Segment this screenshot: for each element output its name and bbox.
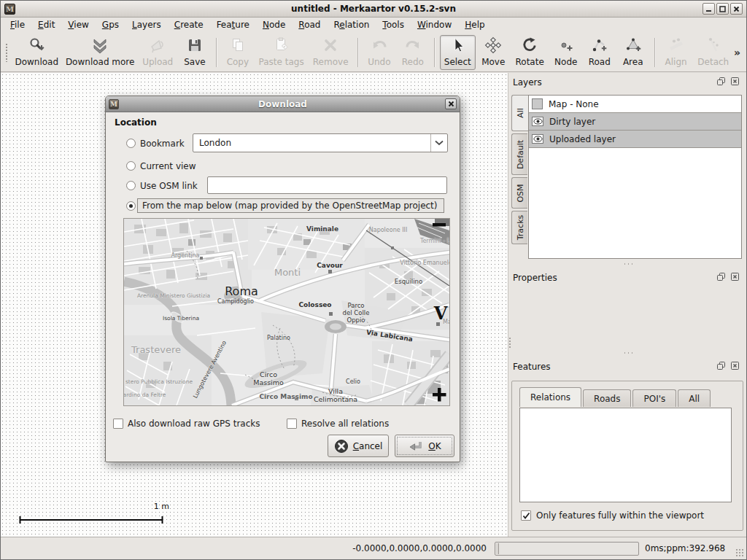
layers-tab-all[interactable]: All — [511, 95, 528, 131]
layer-row-uploaded-layer[interactable]: Uploaded layer — [529, 131, 741, 148]
cancel-button-label: Cancel — [353, 441, 383, 451]
toolbar-button-select[interactable]: Select — [440, 35, 476, 70]
area-icon — [624, 36, 642, 56]
resolve-relations-checkbox[interactable] — [287, 419, 297, 429]
toolbar-button-save[interactable]: Save — [179, 35, 211, 70]
toolbar-button-move[interactable]: Move — [477, 35, 510, 70]
menu-item-node[interactable]: Node — [256, 18, 292, 32]
cancel-button[interactable]: Cancel — [328, 435, 389, 457]
toolbar-button-align: Align — [660, 35, 692, 70]
menu-item-file[interactable]: File — [4, 18, 31, 32]
layer-row-dirty-layer[interactable]: Dirty layer — [529, 113, 741, 131]
bookmark-combobox[interactable]: London — [193, 133, 448, 152]
current-view-radio[interactable] — [126, 161, 136, 171]
coordinates-readout: -0.0000,0.0000,0.0000,0.0000 — [352, 543, 487, 553]
layers-tab-osm[interactable]: OSM — [511, 177, 527, 209]
toolbar-button-node[interactable]: Node — [550, 35, 582, 70]
menu-item-tools[interactable]: Tools — [376, 18, 411, 32]
toolbar-overflow-chevron[interactable]: » — [734, 47, 740, 58]
toolbar-separator — [434, 38, 435, 67]
menu-item-edit[interactable]: Edit — [31, 18, 61, 32]
features-tab-all[interactable]: All — [678, 389, 711, 407]
dialog-titlebar[interactable]: M Download — [106, 96, 460, 112]
menu-item-view[interactable]: View — [61, 18, 95, 32]
layers-tab-label: Tracks — [515, 215, 525, 241]
close-button[interactable] — [730, 3, 743, 15]
toolbar-button-remove: Remove — [309, 35, 352, 70]
maximize-button[interactable] — [716, 3, 729, 15]
osm-link-radio[interactable] — [126, 181, 136, 190]
toolbar-button-label: Select — [444, 57, 471, 67]
toolbar-button-label: Align — [665, 57, 687, 67]
menu-item-road[interactable]: Road — [292, 18, 327, 32]
toolbar-button-label: Undo — [368, 57, 390, 67]
osm-link-input[interactable] — [207, 176, 447, 194]
plus-icon — [432, 387, 446, 402]
panel-splitter[interactable] — [511, 261, 746, 267]
float-panel-icon[interactable] — [716, 272, 726, 281]
gps-tracks-checkbox-label[interactable]: Also download raw GPS tracks — [128, 419, 260, 429]
scale-bar-line — [19, 502, 165, 524]
eye-icon[interactable] — [532, 117, 543, 126]
layer-checkbox-icon[interactable] — [532, 98, 543, 109]
features-tab-roads[interactable]: Roads — [583, 389, 631, 407]
gps-tracks-checkbox[interactable] — [113, 419, 123, 429]
menu-item-feature[interactable]: Feature — [210, 18, 256, 32]
maximize-icon — [719, 6, 726, 12]
road-icon — [591, 36, 608, 56]
ok-button[interactable]: OK — [395, 435, 454, 457]
menu-item-window[interactable]: Window — [411, 18, 458, 32]
features-list[interactable] — [519, 408, 732, 502]
properties-panel-header: Properties — [511, 270, 746, 286]
menu-item-help[interactable]: Help — [458, 18, 491, 32]
viewport-checkbox[interactable] — [521, 510, 531, 521]
toolbar-button-area[interactable]: Area — [617, 35, 649, 70]
osm-link-radio-label[interactable]: Use OSM link — [140, 181, 198, 191]
float-panel-icon[interactable] — [716, 361, 726, 370]
features-tab-pois[interactable]: POI's — [632, 389, 676, 407]
toolbar-handle[interactable] — [5, 43, 8, 62]
toolbar-button-upload: Upload — [138, 35, 177, 70]
current-view-radio-label[interactable]: Current view — [140, 161, 196, 171]
close-panel-icon[interactable] — [730, 77, 740, 86]
toolbar-button-rotate[interactable]: Rotate — [511, 35, 549, 70]
layer-row-map-none[interactable]: Map - None — [529, 96, 741, 113]
zoom-out-control[interactable] — [432, 220, 446, 230]
menu-item-relation[interactable]: Relation — [327, 18, 376, 32]
panel-splitter[interactable] — [511, 350, 746, 356]
toolbar-button-label: Road — [589, 57, 611, 67]
menu-item-gps[interactable]: Gps — [96, 18, 125, 32]
eye-icon[interactable] — [532, 134, 543, 144]
toolbar-button-label: Area — [623, 57, 643, 67]
toolbar-button-label: Paste tags — [259, 57, 304, 67]
resize-grip[interactable] — [735, 548, 744, 557]
toolbar-button-download-more[interactable]: Download more — [63, 35, 137, 70]
from-map-radio-label[interactable]: From the map below (map provided by the … — [137, 198, 444, 213]
combobox-dropdown-button[interactable] — [430, 134, 447, 152]
zoom-in-control[interactable] — [432, 387, 446, 404]
toolbar-button-download[interactable]: Download — [12, 35, 62, 70]
toolbar-button-road[interactable]: Road — [584, 35, 616, 70]
scale-bar: 1 m — [19, 502, 165, 524]
chevron-down-icon — [435, 140, 444, 146]
layers-tab-tracks[interactable]: Tracks — [511, 211, 527, 244]
osm-slippy-map[interactable]: ViminaleNapoleone IIITermini - LaArgenti… — [123, 218, 450, 406]
bookmark-radio[interactable] — [126, 139, 136, 148]
layers-tab-default[interactable]: Default — [511, 133, 527, 175]
cancel-icon — [334, 439, 349, 454]
features-tab-relations[interactable]: Relations — [519, 387, 581, 407]
close-panel-icon[interactable] — [730, 272, 740, 281]
download-icon — [28, 36, 45, 56]
bookmark-radio-label[interactable]: Bookmark — [140, 139, 185, 149]
scale-label: 1 m — [154, 502, 169, 511]
dialog-close-button[interactable] — [445, 98, 457, 109]
from-map-radio[interactable] — [126, 201, 136, 211]
close-panel-icon[interactable] — [730, 361, 740, 370]
right-dock: Layers AllDefaultOSMTracks Map - NoneDir… — [511, 73, 746, 537]
float-panel-icon[interactable] — [716, 77, 726, 86]
resolve-relations-checkbox-label[interactable]: Resolve all relations — [301, 419, 389, 429]
menu-item-layers[interactable]: Layers — [125, 18, 168, 32]
menu-item-create[interactable]: Create — [168, 18, 210, 32]
minimize-button[interactable] — [703, 3, 715, 15]
features-panel-title: Features — [513, 362, 551, 372]
